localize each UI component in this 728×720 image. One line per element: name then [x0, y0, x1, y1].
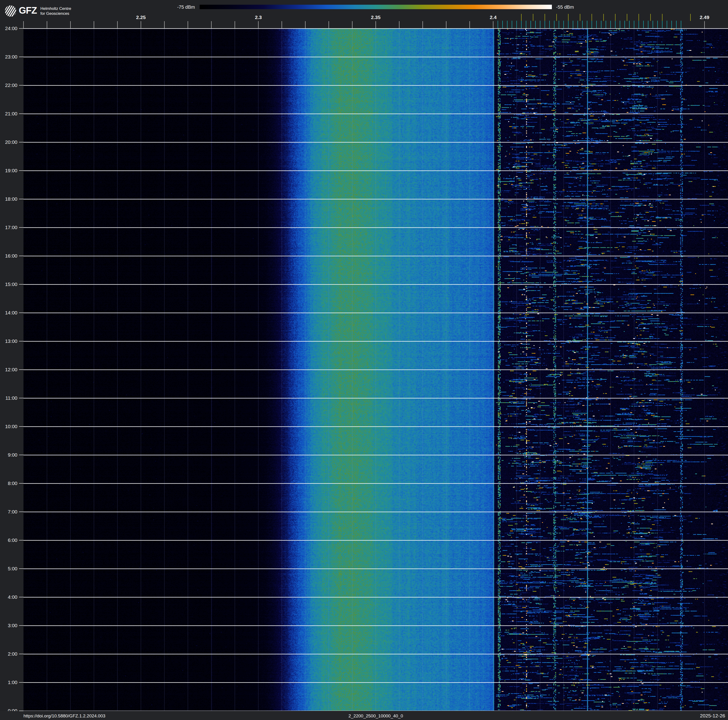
doi-text: https://doi.org/10.5880/GFZ.1.2.2024.003	[23, 714, 106, 718]
freq-minor-tick	[23, 21, 24, 28]
time-tick-label: 16:00	[0, 253, 17, 259]
ble-channel-tick	[512, 21, 512, 28]
time-tick-label: 15:00	[0, 282, 17, 287]
wifi-channel-tick	[690, 14, 691, 21]
freq-minor-tick	[305, 21, 306, 28]
ble-channel-tick	[507, 21, 508, 28]
time-tick	[19, 597, 23, 597]
freq-minor-tick	[399, 21, 399, 28]
ble-channel-tick	[662, 21, 662, 28]
ble-channel-tick	[516, 21, 517, 28]
ble-channel-tick	[596, 21, 597, 28]
time-tick	[19, 113, 23, 114]
ble-channel-tick	[540, 21, 540, 28]
time-tick-label: 6:00	[0, 538, 17, 543]
wifi-channel-tick	[568, 14, 569, 21]
ble-channel-tick	[601, 21, 601, 28]
time-tick	[19, 256, 23, 256]
time-tick	[19, 369, 23, 370]
ble-channel-tick	[587, 21, 587, 28]
time-tick	[19, 455, 23, 455]
ble-channel-tick	[606, 21, 606, 28]
wifi-channel-tick	[592, 14, 592, 21]
ble-channel-tick	[676, 21, 677, 28]
ble-channel-tick	[681, 21, 681, 28]
time-tick	[19, 568, 23, 569]
wifi-channel-tick	[662, 14, 662, 21]
freq-minor-tick	[188, 21, 188, 28]
time-tick	[19, 28, 23, 29]
wifi-channel-tick	[544, 14, 545, 21]
ble-channel-tick	[639, 21, 639, 28]
ble-channel-tick	[573, 21, 573, 28]
wifi-channel-tick	[533, 14, 533, 21]
ble-channel-tick	[671, 21, 672, 28]
ble-channel-tick	[629, 21, 630, 28]
ble-channel-tick	[615, 21, 615, 28]
ble-channel-tick	[578, 21, 578, 28]
freq-minor-tick	[493, 21, 493, 28]
time-tick-label: 8:00	[0, 481, 17, 486]
wifi-channel-tick	[556, 14, 557, 21]
time-tick	[19, 682, 23, 683]
ble-channel-tick	[563, 21, 564, 28]
time-tick	[19, 654, 23, 654]
time-tick	[19, 284, 23, 285]
time-tick-label: 12:00	[0, 367, 17, 372]
freq-minor-tick	[164, 21, 165, 28]
freq-minor-tick	[329, 21, 329, 28]
time-tick-label: 20:00	[0, 139, 17, 145]
time-axis: 24:0023:0022:0021:0020:0019:0018:0017:00…	[0, 28, 23, 711]
freq-minor-tick	[470, 21, 470, 28]
time-tick	[19, 57, 23, 57]
time-tick	[19, 85, 23, 86]
wifi-channel-tick	[639, 14, 639, 21]
ble-channel-tick	[544, 21, 545, 28]
time-tick	[19, 483, 23, 484]
freq-minor-tick	[47, 21, 47, 28]
time-tick-label: 18:00	[0, 196, 17, 202]
time-tick-label: 1:00	[0, 680, 17, 685]
time-tick	[19, 199, 23, 199]
time-tick-label: 13:00	[0, 339, 17, 344]
time-tick-label: 22:00	[0, 83, 17, 88]
time-tick-label: 5:00	[0, 566, 17, 571]
wifi-channel-tick	[580, 14, 580, 21]
ble-channel-tick	[549, 21, 550, 28]
time-tick	[19, 227, 23, 228]
time-tick-label: 17:00	[0, 225, 17, 230]
ble-channel-tick	[624, 21, 625, 28]
ble-channel-tick	[521, 21, 522, 28]
freq-tick-label: 2.49	[700, 15, 710, 20]
freq-tick-label: 2.3	[255, 15, 262, 20]
freq-minor-tick	[704, 21, 705, 28]
wifi-channel-tick	[627, 14, 627, 21]
freq-minor-tick	[211, 21, 212, 28]
freq-minor-tick	[235, 21, 235, 28]
freq-tick-label: 2.25	[136, 15, 146, 20]
freq-minor-tick	[352, 21, 352, 28]
time-tick-label: 14:00	[0, 310, 17, 316]
time-tick-label: 19:00	[0, 168, 17, 173]
freq-minor-tick	[94, 21, 94, 28]
ble-channel-tick	[582, 21, 583, 28]
freq-minor-tick	[141, 21, 141, 28]
ble-channel-tick	[648, 21, 648, 28]
time-tick	[19, 313, 23, 313]
freq-minor-tick	[376, 21, 376, 28]
freq-minor-tick	[70, 21, 71, 28]
spectrogram-plot	[23, 28, 728, 711]
ble-channel-tick	[554, 21, 554, 28]
freq-minor-tick	[446, 21, 447, 28]
wifi-channel-tick	[603, 14, 604, 21]
ble-channel-tick	[653, 21, 653, 28]
time-tick	[19, 170, 23, 171]
wifi-channel-tick	[521, 14, 522, 21]
ble-channel-tick	[531, 21, 531, 28]
time-tick-label: 7:00	[0, 509, 17, 515]
ble-channel-tick	[667, 21, 667, 28]
time-tick-label: 4:00	[0, 594, 17, 600]
time-tick	[19, 341, 23, 342]
freq-minor-tick	[281, 21, 282, 28]
time-tick-label: 3:00	[0, 623, 17, 628]
